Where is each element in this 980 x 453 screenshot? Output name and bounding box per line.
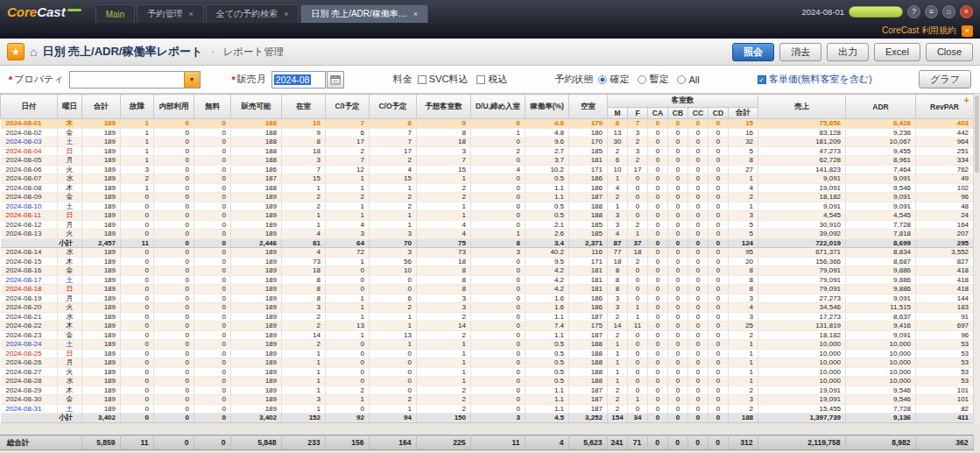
favorite-button[interactable]: ★ xyxy=(7,43,25,60)
column-header-free[interactable]: 無料 xyxy=(194,95,231,119)
column-header-dayuse[interactable]: D/U,締め入室 xyxy=(471,95,525,119)
column-header-cd[interactable]: CD xyxy=(709,108,729,119)
unit-price-option[interactable]: ✓客単価(無料客室を含む) xyxy=(758,73,872,86)
checkbox-checked-icon[interactable]: ✓ xyxy=(758,75,766,84)
breadcrumb-report-admin[interactable]: レポート管理 xyxy=(222,46,284,59)
column-header-m[interactable]: M xyxy=(608,108,628,119)
table-row[interactable]: 2024-08-06火189300186712415410.2171101700… xyxy=(1,165,974,174)
column-header-expected-rooms[interactable]: 予想客室数 xyxy=(417,95,471,119)
help-icon[interactable]: ? xyxy=(907,5,920,18)
table-row[interactable]: 2024-08-30金189000189312201.1187210000319… xyxy=(1,395,974,405)
menu-icon[interactable]: ≡ xyxy=(925,5,938,18)
column-header-sales[interactable]: 売上 xyxy=(758,95,846,119)
sales-month-input[interactable]: 2024-08 xyxy=(271,71,326,88)
tab-daily-sales-report[interactable]: 日別 売上/ADR/稼働率…× xyxy=(300,4,428,23)
column-header-internal-use[interactable]: 内部利用 xyxy=(154,95,194,119)
table-row[interactable]: 2024-08-16金18900018918010804.21818000008… xyxy=(1,266,974,276)
grand-total-row[interactable]: 総合計5,85911005,8482331561642251145,623241… xyxy=(0,435,973,450)
table-row[interactable]: 2024-08-17土189000189800804.2181800000879… xyxy=(1,275,974,285)
close-icon[interactable]: × xyxy=(413,11,418,18)
table-row[interactable]: 2024-08-29木189000189120201.1187200000219… xyxy=(1,386,974,395)
column-header-out-of-order[interactable]: 故障 xyxy=(121,95,154,119)
table-row[interactable]: 2024-08-02金189100188967814.8180133000016… xyxy=(1,128,974,138)
table-row[interactable]: 2024-08-04日18910018818217322.71852300005… xyxy=(1,146,974,156)
table-row[interactable]: 2024-08-18日189000189800804.2181800000879… xyxy=(1,285,974,294)
fee-option-svc[interactable]: SVC料込 xyxy=(418,73,469,86)
table-row[interactable]: 2024-08-03土18910018881771809.61703020000… xyxy=(1,138,974,147)
table-row[interactable]: 2024-08-24土189000189201100.5188100000110… xyxy=(1,340,974,350)
checkbox-icon[interactable] xyxy=(476,75,485,84)
status-option-all[interactable]: All xyxy=(677,74,699,85)
scrollbar-thumb[interactable] xyxy=(975,96,979,173)
column-group-rooms[interactable]: 客室数 xyxy=(608,95,758,108)
tab-all-reservation-search[interactable]: 全ての予約検索× xyxy=(206,4,300,23)
column-header-adr[interactable]: ADR xyxy=(846,95,916,119)
clear-button[interactable]: 消去 xyxy=(779,43,821,61)
column-header-occupancy[interactable]: 稼働率(%) xyxy=(525,95,569,119)
subtotal-row[interactable]: 小計3,4020003,402152929415034.53,252154340… xyxy=(1,414,974,423)
column-header-in-house[interactable]: 在室 xyxy=(282,95,326,119)
subtotal-row[interactable]: 小計2,45711002,4468164707583.42,3718737000… xyxy=(1,238,974,248)
table-row[interactable]: 2024-08-23金18900018914113201.11872000002… xyxy=(1,330,974,340)
table-row[interactable]: 2024-08-14水189000189472373340.2116771800… xyxy=(1,248,974,258)
graph-button[interactable]: グラフ xyxy=(919,70,971,88)
table-row[interactable]: 2024-08-07水18920018715115100.51861000001… xyxy=(1,174,974,184)
logout-icon[interactable]: × xyxy=(960,5,973,18)
column-header-cc[interactable]: CC xyxy=(688,108,709,119)
vertical-scrollbar[interactable] xyxy=(973,94,980,424)
close-icon[interactable]: × xyxy=(284,11,288,18)
column-header-total[interactable]: 合計 xyxy=(82,95,121,119)
calendar-icon[interactable] xyxy=(327,71,344,88)
tab-reservation-management[interactable]: 予約管理× xyxy=(137,4,203,23)
table-row[interactable]: 2024-08-20火189000189312301.6186310000434… xyxy=(1,303,974,313)
user-badge[interactable] xyxy=(849,6,903,18)
close-button[interactable]: Close xyxy=(926,43,973,61)
inquire-button[interactable]: 照会 xyxy=(732,43,774,61)
table-row[interactable]: 2024-08-11日189000189111100.518830000034,… xyxy=(1,211,974,221)
terms-close-icon[interactable]: × xyxy=(962,25,973,37)
table-row[interactable]: 2024-08-27火189000189100100.5188100000110… xyxy=(1,367,974,377)
column-header-date[interactable]: 日付 xyxy=(1,95,58,119)
table-row[interactable]: 2024-08-12月189000189141402.1185320000530… xyxy=(1,220,974,230)
table-row[interactable]: 2024-08-08木189100188111201.1186400000419… xyxy=(1,183,974,193)
tab-main[interactable]: Main xyxy=(95,4,136,23)
checkbox-icon[interactable] xyxy=(418,75,427,84)
table-row[interactable]: 2024-08-09金189000189222201.1187200000218… xyxy=(1,193,974,202)
excel-button[interactable]: Excel xyxy=(874,43,920,61)
table-row[interactable]: 2024-08-15木189000189731561809.5171182000… xyxy=(1,257,974,266)
chevron-down-icon[interactable]: ▼ xyxy=(184,72,200,88)
table-row[interactable]: 2024-08-25日189000189100100.5188100000110… xyxy=(1,349,974,358)
fee-option-tax[interactable]: 税込 xyxy=(476,73,507,86)
table-row[interactable]: 2024-08-22木18900018921311407.41751411000… xyxy=(1,322,974,331)
column-header-vacant[interactable]: 空室 xyxy=(569,95,608,119)
home-icon[interactable]: ⌂ xyxy=(942,5,955,18)
table-row[interactable]: 2024-08-21水189000189211201.1187210000317… xyxy=(1,312,974,322)
column-header-checkin[interactable]: C/I予定 xyxy=(326,95,370,119)
table-row[interactable]: 2024-08-31土189000189101201.1187200000215… xyxy=(1,404,974,414)
radio-icon[interactable] xyxy=(677,75,686,84)
table-row[interactable]: 2024-08-28水189000189100100.5188100000110… xyxy=(1,377,974,386)
table-row[interactable]: 2024-08-26月189000189100100.5188100000110… xyxy=(1,358,974,368)
status-option-confirmed[interactable]: 確定 xyxy=(598,73,629,86)
column-header-room-total[interactable]: 合計 xyxy=(729,108,758,119)
column-header-cb[interactable]: CB xyxy=(668,108,688,119)
radio-selected-icon[interactable] xyxy=(598,75,607,84)
terms-link[interactable]: CoreCast 利用規約 xyxy=(882,25,956,37)
close-icon[interactable]: × xyxy=(188,11,193,18)
radio-icon[interactable] xyxy=(638,75,646,84)
property-select[interactable]: ▼ xyxy=(69,71,201,88)
add-column-button[interactable]: + xyxy=(964,96,969,105)
status-option-tentative[interactable]: 暫定 xyxy=(638,73,668,86)
column-header-weekday[interactable]: 曜日 xyxy=(58,95,82,119)
column-header-checkout[interactable]: C/O予定 xyxy=(370,95,417,119)
output-button[interactable]: 出力 xyxy=(827,43,869,61)
table-row[interactable]: 2024-08-13火189000189433412.6185410000539… xyxy=(1,230,974,239)
breadcrumb-home-icon[interactable]: ⌂ xyxy=(30,45,37,59)
column-header-sellable[interactable]: 販売可能 xyxy=(231,95,282,119)
table-row[interactable]: 2024-08-10土189000189212100.518810000019,… xyxy=(1,202,974,211)
column-header-ca[interactable]: CA xyxy=(648,108,668,119)
table-row[interactable]: 2024-08-05月189100188372703.7181620000862… xyxy=(1,156,974,166)
table-row[interactable]: 2024-08-01木1891001881078904.817987000015… xyxy=(1,119,974,129)
table-row[interactable]: 2024-08-19月189000189816301.6186300000327… xyxy=(1,294,974,303)
column-header-f[interactable]: F xyxy=(628,108,648,119)
